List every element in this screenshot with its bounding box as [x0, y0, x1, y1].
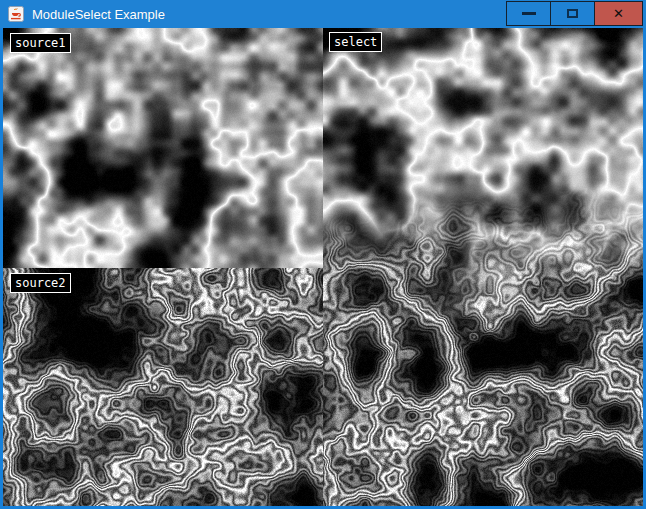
app-window: ModuleSelect Example ✕ source1 select so… [0, 0, 646, 509]
noise-render-canvas [3, 28, 643, 506]
source2-label: source2 [10, 273, 71, 293]
minimize-button[interactable] [506, 1, 551, 26]
window-controls: ✕ [507, 1, 643, 26]
minimize-icon [522, 12, 536, 15]
render-area: source1 select source2 [3, 28, 643, 506]
maximize-button[interactable] [550, 1, 595, 26]
source1-label: source1 [10, 33, 71, 53]
close-icon: ✕ [613, 7, 624, 20]
window-title: ModuleSelect Example [32, 7, 165, 22]
titlebar[interactable]: ModuleSelect Example ✕ [0, 0, 646, 28]
close-button[interactable]: ✕ [594, 1, 643, 26]
maximize-icon [567, 9, 578, 18]
select-label: select [329, 32, 382, 52]
java-coffee-cup-icon [8, 6, 24, 22]
